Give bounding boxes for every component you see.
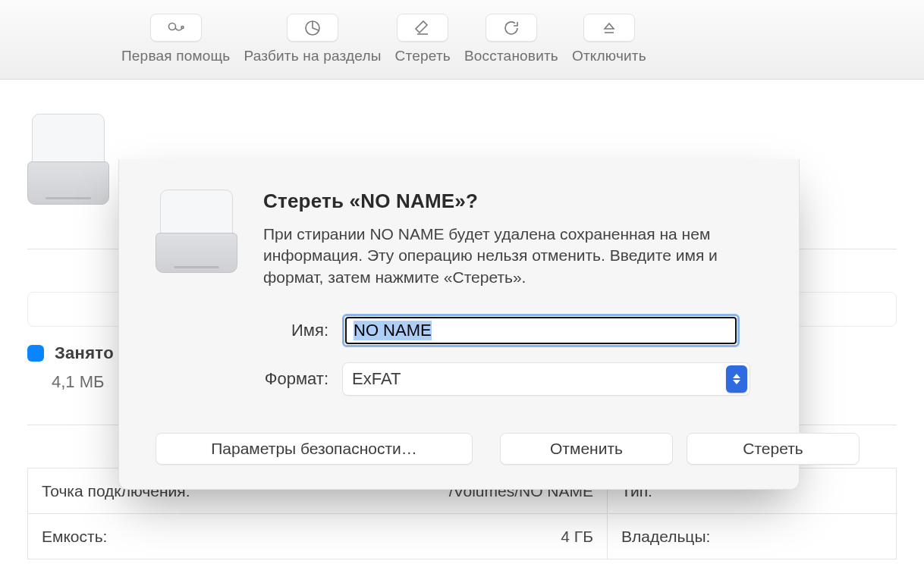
- capacity-label: Емкость:: [42, 528, 561, 546]
- security-options-label: Параметры безопасности…: [211, 440, 417, 458]
- format-selected-value: ExFAT: [352, 369, 401, 389]
- toolbar-first-aid-label: Первая помощь: [121, 48, 230, 64]
- name-input[interactable]: [345, 317, 737, 344]
- restore-icon: [486, 14, 537, 42]
- svg-point-0: [168, 23, 175, 30]
- toolbar-partition[interactable]: Разбить на разделы: [244, 14, 381, 64]
- erase-dialog: Стереть «NO NAME»? При стирании NO NAME …: [118, 159, 800, 490]
- partition-icon: [287, 14, 338, 42]
- used-color-swatch: [27, 345, 44, 362]
- cancel-button[interactable]: Отменить: [500, 433, 673, 465]
- used-label: Занято: [55, 343, 114, 363]
- used-value: 4,1 МБ: [52, 372, 104, 392]
- chevron-up-down-icon: [726, 365, 747, 393]
- toolbar: Первая помощь Разбить на разделы Стереть…: [0, 0, 924, 80]
- dialog-description: При стирании NO NAME будет удалена сохра…: [263, 224, 749, 288]
- svg-point-1: [181, 26, 184, 28]
- usage-legend: Занято: [27, 343, 114, 363]
- erase-label: Стереть: [743, 440, 803, 458]
- toolbar-erase-label: Стереть: [395, 48, 451, 64]
- toolbar-restore-label: Восстановить: [464, 48, 558, 64]
- format-label: Формат:: [156, 369, 328, 389]
- first-aid-icon: [150, 14, 202, 42]
- toolbar-partition-label: Разбить на разделы: [244, 48, 381, 64]
- toolbar-unmount[interactable]: Отключить: [572, 14, 646, 64]
- toolbar-unmount-label: Отключить: [572, 48, 646, 64]
- toolbar-first-aid[interactable]: Первая помощь: [121, 14, 230, 64]
- name-label: Имя:: [156, 321, 328, 340]
- security-options-button[interactable]: Параметры безопасности…: [156, 433, 473, 465]
- dialog-title: Стереть «NO NAME»?: [263, 190, 749, 213]
- content-area: Занято 4,1 МБ Точка подключения: /Volume…: [0, 80, 924, 564]
- erase-icon: [397, 14, 448, 42]
- cancel-label: Отменить: [550, 440, 623, 458]
- toolbar-erase[interactable]: Стереть: [395, 14, 451, 64]
- owners-label: Владельцы:: [621, 528, 882, 546]
- unmount-icon: [583, 14, 635, 42]
- capacity-value: 4 ГБ: [561, 528, 593, 546]
- volume-icon: [27, 114, 109, 205]
- dialog-drive-icon: [156, 190, 237, 273]
- format-select[interactable]: ExFAT: [342, 362, 750, 396]
- toolbar-restore[interactable]: Восстановить: [464, 14, 558, 64]
- erase-button[interactable]: Стереть: [687, 433, 860, 465]
